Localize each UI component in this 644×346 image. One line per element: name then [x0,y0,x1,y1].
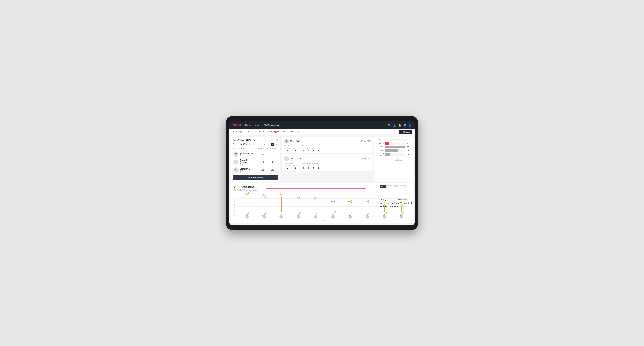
player-info: C Cameron... 🥉 3 [234,168,256,172]
streak-line [264,198,264,212]
arrow-icon: ← [255,185,258,188]
bar-fill [385,142,389,145]
list-view-btn[interactable]: ≡ [267,143,270,146]
nav-links: Home Teams My Performance [245,124,388,126]
avatar: RB [234,152,238,157]
activities-sub-row: OTT 0 APP 0 ARG 0 [302,165,320,169]
putt-filter-btn[interactable]: PUTT [400,185,407,188]
gold-medal-icon: 🥇 [240,154,242,156]
tournament-val: 7 [287,149,288,152]
app-filter-btn[interactable]: APP [386,185,392,188]
show-select[interactable]: Last 3 months Last 6 months [238,143,256,146]
medal-rank: 1 [242,155,243,156]
sub-nav: PGAT Players PGA Hcaps 1-5 Team Clippd T… [229,129,415,135]
total-rounds-label: Total Rounds [284,145,298,147]
tournament-val: 7 [287,167,288,169]
rounds-sub-row: Tournament 7 Practice 6 [284,148,298,152]
pc-player-info: RB Rees Britt [284,139,300,144]
player-row: EC Edward Crossman 🥈 2 18/20 107 [233,158,278,166]
bar-row: D. Bogeys+131 [376,153,411,156]
col-player: PLAYER NAME [234,148,256,149]
bar-value: 3 [406,139,411,141]
bar-value: 499 [406,146,411,148]
chart-x-axis: 0 200 400 [376,156,411,159]
tournament-label: Tournament [284,148,291,149]
ott-filter-btn[interactable]: OTT [380,185,386,188]
bell-icon[interactable]: 🔔 [398,124,401,127]
tournament-stat: Tournament 7 [284,148,291,152]
bar-row: Eagles3 [376,139,411,141]
medal: 🥉 3 [240,170,250,172]
streaks-header: Best Round Streaks ← OTT APP ARG PUTT ← [234,185,410,188]
app-label: APP [307,165,310,167]
practice-activities-group: Total Practice Activities OTT 0 APP 0 [302,163,320,169]
bar-fill [385,149,398,152]
settings-icon[interactable]: ⚙️ [403,124,406,127]
bar-label: Bogeys [376,150,384,151]
tab-tour[interactable]: Tour [282,131,286,133]
view-icons: ⊞ ≡ ▦ ⊟ [263,143,278,146]
tablet-frame: clippd Home Teams My Performance 🔍 👤 🔔 ⚙… [226,116,418,230]
main-content: Team Clippd | 14 Players ✏️ Show Last 3 … [229,135,415,225]
user-icon[interactable]: 👤 [393,124,396,127]
bar-chart: Eagles3Birdies96Pars499Bogeys311D. Bogey… [376,139,411,156]
app-stat: APP 0 [307,148,310,152]
total-rounds-group: Total Rounds Tournament 7 Practice 6 [284,145,298,152]
streak-bubble: 4x [348,200,352,203]
pc-avatar: JC [284,156,289,161]
grid-view-btn[interactable]: ⊞ [263,143,266,146]
card-view-btn[interactable]: ▦ [271,143,274,146]
arg-filter-btn[interactable]: ARG [393,185,399,188]
ott-label: OTT [302,148,305,149]
pc-date: 02 Sep 2023 [361,140,371,142]
team-title: Team Clippd | 14 Players [233,139,255,141]
player-name: Richard Butler [240,152,253,154]
pc-player-info: JC Josh Coles [284,156,301,161]
view-leaderboard-button[interactable]: View Full Leaderboard [233,175,278,180]
app-val: 0 [308,149,309,152]
table-view-btn[interactable]: ⊟ [275,143,278,146]
tab-team-clippd[interactable]: Team Clippd [268,131,279,133]
col-pb-score: PB SCORE [256,148,267,149]
grid-val-7: 7 [234,192,234,193]
avatar-icon[interactable]: 👤 [408,124,411,127]
bar-row: Bogeys311 [376,149,411,152]
player-name: Edward Crossman [240,159,256,163]
bar-label: D. Bogeys+ [376,153,384,156]
player-name-medal: Cameron... 🥉 3 [240,168,250,172]
nav-teams[interactable]: Teams [254,124,260,126]
app-stat: APP 0 [307,165,310,169]
putt-label: PUTT [317,165,320,167]
grid-val-3: 3 [234,203,234,204]
tab-pgat[interactable]: PGAT Players [232,131,244,133]
tournament-label: Tournament [284,165,291,167]
nav-my-performance[interactable]: My Performance [264,124,279,126]
pc-date: 26 Aug 2023 [361,158,371,160]
bar-label: Pars [376,146,384,148]
ott-stat: OTT 0 [302,148,305,152]
streak-filter-buttons: OTT APP ARG PUTT ← [380,185,410,188]
player-card-josh: JC Josh Coles 26 Aug 2023 Total Rounds T… [282,155,373,171]
bar-container [385,139,405,141]
bar-row: Pars499 [376,146,411,148]
tablet-screen: clippd Home Teams My Performance 🔍 👤 🔔 ⚙… [229,121,415,225]
search-icon[interactable]: 🔍 [388,124,391,127]
tab-pga[interactable]: PGA [248,131,252,133]
player-card-header: RB Rees Britt 02 Sep 2023 [284,139,371,144]
grid-val-5: 5 [234,197,234,199]
tab-hcaps[interactable]: Hcaps 1-5 [255,131,264,133]
ott-val: 0 [303,167,304,169]
pb-avg: 107 [267,161,278,163]
streak-line [298,200,299,212]
nav-home[interactable]: Home [245,124,251,126]
add-team-button[interactable]: Add Team [399,130,412,134]
putt-stat: PUTT 1 [317,148,320,152]
activities-sub-row: OTT 0 APP 0 ARG 0 [302,148,320,152]
edit-icon[interactable]: ✏️ [276,139,278,141]
tab-all-players[interactable]: All Players [290,131,299,133]
pb-score: 19/20 [256,153,267,155]
practice-stat: Practice 2 [293,165,298,169]
bar-value: 96 [406,143,411,144]
streak-player-labels: E. EbertB. McHergD. BillinghamJ. ColesR.… [236,213,410,215]
player-cards-panel: RB Rees Britt 02 Sep 2023 Total Rounds T… [282,137,373,181]
